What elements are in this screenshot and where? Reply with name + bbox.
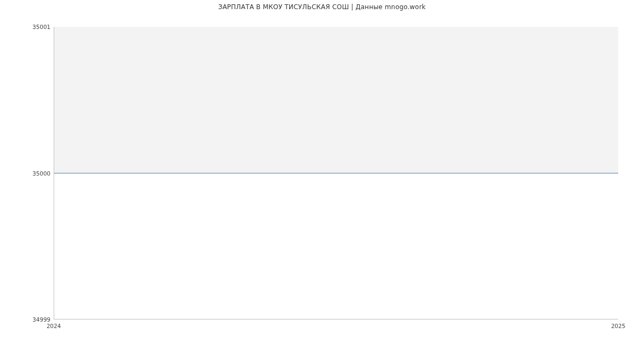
y-tick-label: 34999 [2, 316, 50, 323]
x-tick-label: 2025 [611, 323, 626, 329]
y-tick-label: 35001 [2, 24, 50, 30]
plot-area [54, 27, 618, 319]
data-line [54, 173, 618, 173]
chart-title: ЗАРПЛАТА В МКОУ ТИСУЛЬСКАЯ СОШ | Данные … [0, 3, 644, 11]
y-tick-label: 35000 [2, 170, 50, 177]
x-tick-label: 2024 [47, 323, 61, 329]
fill-region [54, 27, 618, 173]
chart-container: ЗАРПЛАТА В МКОУ ТИСУЛЬСКАЯ СОШ | Данные … [0, 0, 644, 349]
